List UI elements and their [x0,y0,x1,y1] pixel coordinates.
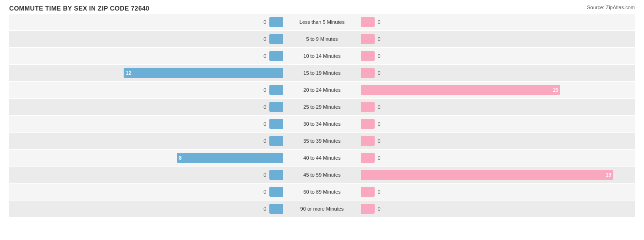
male-zero: 0 [262,87,267,93]
chart-area: 0Less than 5 Minutes005 to 9 Minutes0010… [9,14,635,207]
chart-row: 0Less than 5 Minutes0 [9,14,635,30]
male-stub [269,136,283,146]
chart-row: 060 to 89 Minutes0 [9,184,635,200]
male-zero: 0 [262,36,267,42]
label-section: 30 to 34 Minutes [285,116,359,132]
label-section: 35 to 39 Minutes [285,133,359,149]
female-zero: 0 [377,155,382,161]
source-label: Source: ZipAtlas.com [587,5,635,10]
right-section: 0 [359,31,635,47]
category-label: Less than 5 Minutes [300,19,344,25]
male-zero: 0 [262,138,267,144]
left-section: 0 [9,184,285,200]
male-zero: 0 [262,121,267,127]
chart-row: 840 to 44 Minutes0 [9,150,635,166]
female-zero: 0 [377,138,382,144]
label-section: 20 to 24 Minutes [285,82,359,98]
left-section: 0 [9,14,285,30]
male-zero: 0 [262,172,267,178]
right-section: 19 [359,167,635,183]
left-section: 0 [9,48,285,64]
chart-row: 090 or more Minutes0 [9,201,635,217]
label-section: 15 to 19 Minutes [285,65,359,81]
male-stub [269,34,283,44]
category-label: 25 to 29 Minutes [303,104,340,110]
male-zero: 0 [262,206,267,212]
male-zero: 0 [262,189,267,195]
label-section: 25 to 29 Minutes [285,99,359,115]
right-section: 0 [359,184,635,200]
category-label: 5 to 9 Minutes [306,36,338,42]
female-zero: 0 [377,53,382,59]
male-stub [269,204,283,214]
label-section: 90 or more Minutes [285,201,359,217]
female-zero: 0 [377,121,382,127]
chart-container: COMMUTE TIME BY SEX IN ZIP CODE 72640 So… [0,0,644,240]
female-stub [361,51,375,61]
female-value: 19 [606,172,611,178]
female-stub [361,34,375,44]
male-stub [269,170,283,180]
female-zero: 0 [377,104,382,110]
chart-title: COMMUTE TIME BY SEX IN ZIP CODE 72640 [9,5,635,12]
chart-row: 030 to 34 Minutes0 [9,116,635,132]
male-stub [269,85,283,95]
label-section: 40 to 44 Minutes [285,150,359,166]
male-zero: 0 [262,53,267,59]
female-stub [361,153,375,163]
left-section: 0 [9,133,285,149]
label-section: 5 to 9 Minutes [285,31,359,47]
category-label: 15 to 19 Minutes [303,70,340,76]
label-section: 10 to 14 Minutes [285,48,359,64]
male-zero: 0 [262,104,267,110]
female-zero: 0 [377,36,382,42]
left-section: 8 [9,150,285,166]
male-stub [269,102,283,112]
left-section: 12 [9,65,285,81]
left-section: 0 [9,99,285,115]
right-section: 0 [359,150,635,166]
label-section: 45 to 59 Minutes [285,167,359,183]
chart-row: 010 to 14 Minutes0 [9,48,635,64]
left-section: 0 [9,116,285,132]
male-stub [269,187,283,197]
category-label: 35 to 39 Minutes [303,138,340,144]
label-section: 60 to 89 Minutes [285,184,359,200]
chart-row: 035 to 39 Minutes0 [9,133,635,149]
female-stub [361,17,375,27]
female-stub [361,187,375,197]
female-stub [361,119,375,129]
left-section: 0 [9,31,285,47]
female-stub [361,136,375,146]
female-stub [361,68,375,78]
label-section: Less than 5 Minutes [285,14,359,30]
right-section: 0 [359,133,635,149]
female-stub [361,102,375,112]
left-section: 0 [9,82,285,98]
female-zero: 0 [377,206,382,212]
right-section: 0 [359,201,635,217]
category-label: 90 or more Minutes [300,206,344,212]
female-value: 15 [552,87,558,93]
chart-row: 05 to 9 Minutes0 [9,31,635,47]
category-label: 10 to 14 Minutes [303,53,340,59]
left-section: 0 [9,201,285,217]
male-value: 12 [126,70,131,76]
male-stub [269,119,283,129]
male-stub [269,51,283,61]
category-label: 45 to 59 Minutes [303,172,340,178]
male-zero: 0 [262,19,267,25]
female-stub [361,204,375,214]
chart-row: 020 to 24 Minutes15 [9,82,635,98]
male-value: 8 [179,155,181,161]
category-label: 20 to 24 Minutes [303,87,340,93]
right-section: 0 [359,14,635,30]
category-label: 40 to 44 Minutes [303,155,340,161]
right-section: 0 [359,65,635,81]
male-stub [269,17,283,27]
category-label: 60 to 89 Minutes [303,189,340,195]
chart-row: 1215 to 19 Minutes0 [9,65,635,81]
right-section: 0 [359,99,635,115]
chart-row: 025 to 29 Minutes0 [9,99,635,115]
right-section: 0 [359,48,635,64]
